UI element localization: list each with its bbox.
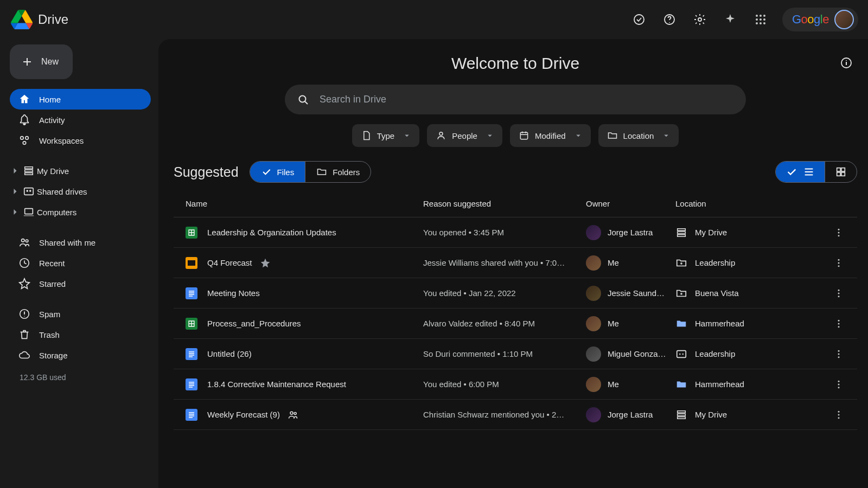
table-row[interactable]: Meeting NotesYou edited • Jan 22, 2022Je…: [174, 278, 857, 309]
list-view-button[interactable]: [776, 162, 825, 182]
sheets-icon: [186, 227, 197, 239]
filter-chip-people[interactable]: People: [427, 124, 502, 147]
sidebar-item-label: Workspaces: [39, 136, 84, 145]
account-chip[interactable]: Google: [782, 8, 858, 31]
owner-avatar: [586, 286, 601, 301]
file-icon: [361, 130, 372, 141]
table-row[interactable]: Untitled (26)So Duri commented • 1:10 PM…: [174, 339, 857, 369]
file-name: Weekly Forecast (9): [207, 410, 280, 419]
more-actions-button[interactable]: [833, 227, 844, 238]
table-row[interactable]: Leadership & Organization UpdatesYou ope…: [174, 217, 857, 248]
check-icon: [786, 166, 797, 178]
apps-button[interactable]: [749, 8, 773, 31]
drive-logo-icon: [11, 9, 33, 30]
reason-text: You edited • Jan 22, 2022: [423, 288, 586, 298]
user-avatar[interactable]: [834, 10, 854, 29]
more-actions-button[interactable]: [833, 258, 844, 268]
owner-avatar: [586, 377, 601, 392]
table-row[interactable]: Process_and_ProceduresAlvaro Valdez edit…: [174, 309, 857, 339]
more-actions-button[interactable]: [833, 288, 844, 299]
check-icon: [261, 166, 272, 177]
slides-icon: [186, 257, 197, 269]
sidebar-item-activity[interactable]: Activity: [10, 110, 151, 130]
gemini-button[interactable]: [718, 8, 742, 31]
sidebar-item-home[interactable]: Home: [10, 89, 151, 110]
file-name: Process_and_Procedures: [207, 319, 301, 328]
chevron-down-icon: [485, 131, 495, 140]
more-actions-button[interactable]: [833, 409, 844, 420]
location-icon: [675, 409, 687, 421]
laptop-icon: [23, 206, 35, 218]
table-row[interactable]: Weekly Forecast (9)Christian Schwarz men…: [174, 400, 857, 430]
sidebar-item-spam[interactable]: Spam: [10, 304, 151, 324]
mydrive-icon: [23, 165, 35, 177]
file-name: 1.8.4 Corrective Maintenance Request: [207, 380, 346, 389]
logo-area[interactable]: Drive: [11, 9, 68, 30]
grid-view-button[interactable]: [825, 162, 857, 182]
file-name: Q4 Forecast: [207, 258, 252, 267]
chevron-right-icon: [10, 165, 21, 176]
chevron-down-icon: [661, 131, 671, 140]
owner-avatar: [586, 255, 601, 271]
tab-files[interactable]: Files: [250, 162, 305, 182]
sidebar-item-shared-drives[interactable]: Shared drives: [10, 181, 151, 202]
shared-icon: [288, 409, 298, 420]
docs-icon: [186, 287, 197, 299]
grid-icon: [835, 166, 847, 178]
suggested-tabs: Files Folders: [250, 161, 372, 183]
folder-icon: [316, 166, 327, 177]
col-reason[interactable]: Reason suggested: [423, 199, 586, 208]
more-actions-button[interactable]: [833, 349, 844, 359]
chevron-right-icon: [10, 207, 21, 217]
more-actions-button[interactable]: [833, 379, 844, 390]
filter-chip-modified[interactable]: Modified: [510, 124, 591, 147]
sidebar-item-storage[interactable]: Storage: [10, 345, 151, 365]
sidebar-item-label: My Drive: [37, 166, 69, 176]
search-bar[interactable]: [285, 85, 746, 114]
settings-button[interactable]: [688, 8, 712, 31]
search-input[interactable]: [320, 94, 734, 105]
storage-used-text: 12.3 GB used: [10, 368, 151, 382]
sidebar-item-label: Home: [39, 95, 61, 104]
filter-chip-type[interactable]: Type: [352, 124, 420, 147]
main-panel: Welcome to Drive TypePeopleModifiedLocat…: [158, 39, 868, 488]
owner-name: Jorge Lastra: [608, 410, 653, 419]
table-row[interactable]: Q4 ForecastJessie Williams shared with y…: [174, 248, 857, 278]
owner-name: Me: [608, 380, 619, 389]
col-name[interactable]: Name: [179, 199, 423, 208]
sidebar-item-my-drive[interactable]: My Drive: [10, 160, 151, 181]
location-name: Hammerhead: [695, 319, 744, 328]
reason-text: So Duri commented • 1:10 PM: [423, 349, 586, 358]
sidebar-item-label: Spam: [39, 310, 60, 319]
location-name: Buena Vista: [695, 288, 739, 298]
star-icon: [260, 258, 271, 268]
bell-icon: [18, 114, 30, 126]
owner-name: Jorge Lastra: [608, 228, 653, 237]
details-button[interactable]: [840, 56, 853, 71]
sidebar-item-trash[interactable]: Trash: [10, 324, 151, 345]
sidebar-item-starred[interactable]: Starred: [10, 273, 151, 294]
offline-ready-button[interactable]: [627, 8, 651, 31]
product-name: Drive: [38, 12, 68, 27]
help-button[interactable]: [658, 8, 681, 31]
sidebar-item-workspaces[interactable]: Workspaces: [10, 130, 151, 151]
filter-chip-location[interactable]: Location: [598, 124, 679, 147]
table-row[interactable]: 1.8.4 Corrective Maintenance RequestYou …: [174, 369, 857, 400]
more-actions-button[interactable]: [833, 318, 844, 329]
reason-text: Christian Schwarz mentioned you • 2…: [423, 410, 586, 419]
sidebar-item-label: Starred: [39, 279, 66, 288]
people-icon: [18, 236, 30, 248]
chevron-right-icon: [10, 186, 21, 197]
sidebar-item-computers[interactable]: Computers: [10, 202, 151, 222]
sidebar-item-shared-with-me[interactable]: Shared with me: [10, 232, 151, 253]
sidebar-item-recent[interactable]: Recent: [10, 253, 151, 273]
col-owner[interactable]: Owner: [586, 199, 675, 208]
location-name: Leadership: [695, 349, 735, 358]
home-icon: [18, 93, 30, 105]
col-location[interactable]: Location: [675, 199, 826, 208]
tab-folders[interactable]: Folders: [305, 162, 371, 182]
new-button[interactable]: New: [10, 44, 73, 79]
location-name: My Drive: [695, 228, 727, 237]
location-icon: [675, 318, 687, 330]
chip-label: Type: [377, 131, 395, 140]
